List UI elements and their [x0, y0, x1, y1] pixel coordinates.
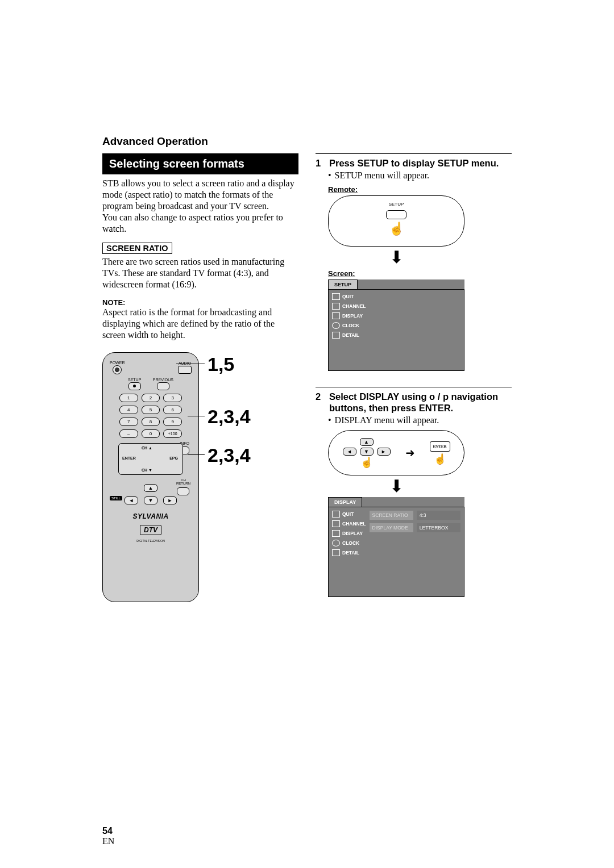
dtv-subtext: DIGITAL TELEVISION: [136, 539, 165, 542]
screen-label: Screen:: [328, 269, 512, 278]
screen-ratio-heading: SCREEN RATIO: [102, 243, 172, 254]
step-2: 2 Select DISPLAY using o / p navigation …: [316, 387, 512, 597]
nav-right-icon: ►: [377, 448, 391, 456]
right-column: 1 Press SETUP to display SETUP menu. SET…: [316, 153, 512, 602]
nav-up-icon: ▲: [360, 438, 374, 446]
left-column: Selecting screen formats STB allows you …: [102, 153, 298, 602]
page-number: 54: [102, 826, 113, 836]
display-menu-screenshot: DISPLAY QUIT CHANNEL DISPLAY CLOCK DETAI…: [328, 497, 464, 597]
num-8: 8: [142, 418, 160, 426]
option-value: LETTERBOX: [417, 523, 460, 532]
display-icon: [332, 530, 340, 537]
leader-line: [176, 364, 205, 364]
quit-icon: [332, 511, 340, 518]
step-1: 1 Press SETUP to display SETUP menu. SET…: [316, 153, 512, 371]
audio-button: [178, 366, 192, 374]
menu-item: DETAIL: [342, 550, 359, 556]
step-number: 1: [316, 157, 323, 169]
step-heading: Press SETUP to display SETUP menu.: [329, 157, 499, 169]
remote-label: Remote:: [328, 185, 512, 194]
display-icon: [332, 312, 340, 319]
topic-title-bar: Selecting screen formats: [102, 153, 298, 174]
epg-label: EPG: [169, 456, 178, 460]
num-0: 0: [142, 429, 160, 438]
manual-page: Advanced Operation Selecting screen form…: [0, 0, 614, 868]
arrow-down-btn: ▼: [144, 496, 157, 504]
enter-button: ENTER: [430, 441, 450, 452]
setup-small-label: SETUP: [389, 202, 404, 207]
nav-down-icon: ▼: [360, 448, 374, 456]
nav-left-icon: ◄: [343, 448, 356, 456]
step-bullet: DISPLAY menu will appear.: [328, 415, 512, 425]
intro-paragraph-2: You can also change to aspect ratios you…: [102, 212, 298, 235]
menu-item: DISPLAY: [342, 531, 363, 536]
menu-item: DETAIL: [342, 332, 359, 338]
num-plus100: +100: [163, 429, 182, 438]
callout-2-3-4a: 2,3,4: [208, 406, 251, 428]
previous-label: PREVIOUS: [153, 378, 173, 382]
setup-button: [128, 382, 141, 390]
note-label: NOTE:: [102, 298, 298, 307]
num-5: 5: [142, 406, 160, 414]
setup-menu-sidebar: QUIT CHANNEL DISPLAY CLOCK DETAIL: [332, 293, 366, 367]
num-4: 4: [119, 406, 138, 414]
leader-line: [188, 454, 205, 455]
num-9: 9: [163, 418, 182, 426]
nav-cross: ▲ ◄ ▼ ► ☝: [343, 438, 391, 468]
section-header: Advanced Operation: [102, 135, 512, 148]
brand-logo: SYLVANIA: [132, 512, 168, 520]
arrow-left-btn: ◄: [125, 496, 138, 504]
two-column-layout: Selecting screen formats STB allows you …: [102, 153, 512, 602]
hand-icon: ☝: [389, 223, 404, 235]
clock-icon: [332, 540, 340, 546]
ch-dn-label: CH ▼: [142, 468, 152, 472]
setup-small-button: [386, 210, 406, 219]
remote-illustration: POWER AUDIO SETUP: [102, 352, 199, 602]
option-label: SCREEN RATIO: [370, 511, 413, 520]
channel-icon: [332, 303, 340, 310]
power-button: [113, 365, 122, 374]
ch-return-button: [177, 487, 189, 495]
step-heading: Select DISPLAY using o / p navigation bu…: [329, 391, 512, 414]
power-label: POWER: [110, 361, 125, 365]
num-1: 1: [119, 394, 138, 402]
arrow-right-btn: ►: [163, 496, 177, 504]
menu-item: CLOCK: [342, 323, 359, 328]
nav-snippet: ▲ ◄ ▼ ► ☝ ➜ ENTER ☝: [328, 430, 464, 475]
dtv-logo: DTV: [140, 525, 161, 535]
number-pad: 1 2 3 4 5 6 7 8 9 – 0 +100: [119, 394, 182, 438]
note-body: Aspect ratio is the format for broadcast…: [102, 307, 298, 341]
leader-line: [188, 416, 205, 416]
ch-up-label: CH ▲: [142, 446, 152, 450]
step-bullet: SETUP menu will appear.: [328, 170, 512, 181]
still-label: STILL: [110, 496, 122, 500]
display-menu-sidebar: QUIT CHANNEL DISPLAY CLOCK DETAIL: [332, 511, 366, 593]
down-arrow-icon: ⬇: [328, 249, 464, 266]
option-label: DISPLAY MODE: [370, 523, 413, 532]
menu-item: CHANNEL: [342, 521, 366, 527]
callout-1-5: 1,5: [208, 353, 234, 375]
num-2: 2: [142, 394, 160, 402]
num-6: 6: [163, 406, 182, 414]
screen-ratio-body: There are two screen ratios used in manu…: [102, 256, 298, 290]
arrow-right-icon: ➜: [405, 446, 415, 460]
option-value: 4:3: [417, 511, 460, 520]
detail-icon: [332, 549, 340, 556]
setup-tab: SETUP: [328, 279, 358, 289]
arrow-row-2: ◄ ▼ ►: [125, 496, 177, 504]
nav-pad: CH ▲ CH ▼ ENTER EPG: [118, 443, 183, 475]
hand-icon: ☝: [360, 457, 373, 468]
num-7: 7: [119, 418, 138, 426]
page-language: EN: [102, 836, 114, 846]
down-arrow-icon: ⬇: [328, 478, 464, 495]
setup-menu-screenshot: SETUP QUIT CHANNEL DISPLAY CLOCK DETAIL: [328, 279, 464, 371]
ch-return-label: CH RETURN: [176, 478, 190, 485]
num-3: 3: [163, 394, 182, 402]
menu-item: DISPLAY: [342, 313, 363, 319]
arrow-row: ▲: [144, 484, 157, 492]
menu-item: CLOCK: [342, 540, 359, 546]
intro-paragraph-1: STB allows you to select a screen ratio …: [102, 178, 298, 212]
detail-icon: [332, 332, 340, 339]
remote-snippet: SETUP ☝: [328, 195, 464, 247]
hand-icon: ☝: [434, 454, 446, 464]
